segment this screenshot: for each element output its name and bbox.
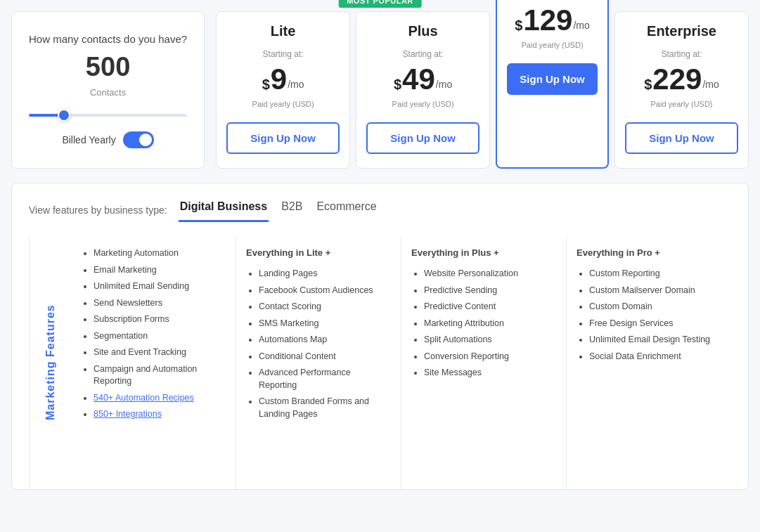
feat-lite-7: Campaign and Automation Reporting bbox=[94, 363, 226, 388]
contacts-number: 500 bbox=[86, 53, 130, 80]
features-pro-list: Website Personalization Predictive Sendi… bbox=[411, 268, 556, 379]
feat-lite-6: Site and Event Tracking bbox=[94, 346, 226, 359]
features-enterprise-col: Everything in Pro + Custom Reporting Cus… bbox=[567, 236, 731, 489]
features-pro-col: Everything in Plus + Website Personaliza… bbox=[401, 236, 567, 489]
plan-plus-dollar: $ bbox=[394, 74, 401, 94]
plan-pro-paid: Paid yearly (USD) bbox=[522, 41, 584, 49]
feat-lite-3: Send Newsletters bbox=[94, 297, 226, 310]
plan-lite-amount: 9 bbox=[271, 65, 287, 94]
plan-pro-dollar: $ bbox=[515, 15, 522, 35]
feat-plus-6: Advanced Performance Reporting bbox=[259, 367, 391, 391]
plan-enterprise: Enterprise Starting at: $ 229 /mo Paid y… bbox=[614, 11, 749, 169]
top-section: How many contacts do you have? 500 Conta… bbox=[11, 11, 749, 169]
lite-signup-button[interactable]: Sign Up Now bbox=[226, 122, 340, 154]
plan-enterprise-amount: 229 bbox=[652, 65, 702, 94]
features-lite-list: Marketing Automation Email Marketing Unl… bbox=[81, 247, 226, 421]
tab-ecommerce[interactable]: Ecommerce bbox=[315, 197, 378, 222]
plan-plus-mo: /mo bbox=[436, 79, 452, 90]
feat-lite-0: Marketing Automation bbox=[94, 247, 226, 260]
feat-plus-3: SMS Marketing bbox=[259, 318, 391, 330]
most-popular-badge: MOST POPULAR bbox=[338, 0, 422, 8]
feat-lite-1: Email Marketing bbox=[94, 264, 226, 277]
plan-pro-mo: /mo bbox=[573, 20, 589, 31]
page-wrapper: How many contacts do you have? 500 Conta… bbox=[0, 0, 760, 501]
feat-ent-2: Custom Domain bbox=[589, 301, 721, 313]
plan-enterprise-dollar: $ bbox=[644, 74, 652, 94]
plan-professional: Starting at: $ 129 /mo Paid yearly (USD)… bbox=[496, 0, 609, 169]
features-plus-header: Everything in Lite + bbox=[246, 247, 391, 258]
professional-signup-button[interactable]: Sign Up Now bbox=[507, 63, 598, 95]
features-pro-header: Everything in Plus + bbox=[411, 247, 556, 258]
tab-digital-business[interactable]: Digital Business bbox=[179, 197, 269, 222]
plans-wrapper: Lite Starting at: $ 9 /mo Paid yearly (U… bbox=[216, 11, 749, 169]
plus-signup-button[interactable]: Sign Up Now bbox=[366, 122, 479, 154]
feat-ent-0: Custom Reporting bbox=[589, 268, 721, 280]
contacts-panel: How many contacts do you have? 500 Conta… bbox=[11, 11, 205, 169]
contacts-label: Contacts bbox=[90, 87, 126, 98]
contacts-slider[interactable] bbox=[29, 114, 187, 117]
plan-lite: Lite Starting at: $ 9 /mo Paid yearly (U… bbox=[216, 11, 350, 169]
tabs-section: View features by business type: Digital … bbox=[11, 183, 749, 490]
feat-pro-3: Marketing Attribution bbox=[424, 318, 556, 330]
plan-plus-paid: Paid yearly (USD) bbox=[392, 100, 454, 108]
billed-label: Billed Yearly bbox=[62, 134, 115, 145]
features-enterprise-header: Everything in Pro + bbox=[577, 247, 721, 258]
feat-pro-2: Predictive Content bbox=[424, 301, 556, 313]
features-plus-list: Landing Pages Facebook Custom Audiences … bbox=[246, 268, 391, 420]
features-lite-col: Marketing Automation Email Marketing Unl… bbox=[71, 236, 236, 489]
plan-plus: Plus Starting at: $ 49 /mo Paid yearly (… bbox=[356, 11, 490, 169]
tabs-header: View features by business type: Digital … bbox=[29, 197, 731, 222]
plan-plus-amount: 49 bbox=[402, 65, 435, 94]
marketing-features-label: Marketing Features bbox=[29, 236, 71, 489]
plan-enterprise-mo: /mo bbox=[702, 79, 719, 90]
plan-enterprise-price-row: $ 229 /mo bbox=[644, 65, 719, 94]
plan-lite-price-row: $ 9 /mo bbox=[262, 65, 304, 94]
feat-lite-link-0[interactable]: 540+ Automation Recipes bbox=[94, 392, 226, 405]
plan-lite-name: Lite bbox=[271, 23, 296, 39]
feat-ent-5: Social Data Enrichment bbox=[589, 351, 721, 363]
features-plus-col: Everything in Lite + Landing Pages Faceb… bbox=[236, 236, 401, 489]
feat-plus-2: Contact Scoring bbox=[259, 301, 391, 313]
tabs-label: View features by business type: bbox=[29, 205, 167, 216]
feat-lite-link-1[interactable]: 850+ Integrations bbox=[94, 408, 226, 421]
feat-plus-7: Custom Branded Forms and Landing Pages bbox=[259, 396, 391, 420]
billed-yearly-toggle[interactable] bbox=[123, 131, 154, 148]
plan-pro-price-row: $ 129 /mo bbox=[515, 6, 590, 35]
billed-row: Billed Yearly bbox=[62, 131, 153, 148]
features-table: Marketing Features Marketing Automation … bbox=[29, 236, 731, 489]
contacts-question: How many contacts do you have? bbox=[29, 32, 187, 46]
feat-plus-4: Automations Map bbox=[259, 334, 391, 346]
slider-wrapper[interactable] bbox=[29, 108, 187, 119]
feat-pro-1: Predictive Sending bbox=[424, 285, 556, 297]
plan-lite-mo: /mo bbox=[288, 79, 304, 90]
feat-pro-0: Website Personalization bbox=[424, 268, 556, 280]
plan-enterprise-paid: Paid yearly (USD) bbox=[651, 100, 713, 108]
feat-ent-1: Custom Mailserver Domain bbox=[589, 285, 721, 297]
plan-plus-starting: Starting at: bbox=[403, 49, 444, 59]
plan-pro-amount: 129 bbox=[523, 6, 572, 35]
plan-lite-starting: Starting at: bbox=[263, 49, 304, 59]
plan-lite-dollar: $ bbox=[262, 74, 270, 94]
plan-enterprise-starting: Starting at: bbox=[662, 49, 702, 59]
tab-b2b[interactable]: B2B bbox=[280, 197, 304, 222]
plan-plus-name: Plus bbox=[408, 23, 437, 39]
integrations-link[interactable]: 850+ Integrations bbox=[94, 409, 162, 419]
feat-pro-5: Conversion Reporting bbox=[424, 351, 556, 363]
enterprise-signup-button[interactable]: Sign Up Now bbox=[625, 122, 738, 154]
plan-enterprise-name: Enterprise bbox=[647, 23, 716, 39]
feat-plus-5: Conditional Content bbox=[259, 351, 391, 363]
feat-pro-4: Split Automations bbox=[424, 334, 556, 346]
plan-plus-price-row: $ 49 /mo bbox=[394, 65, 452, 94]
plan-lite-paid: Paid yearly (USD) bbox=[252, 100, 314, 108]
feat-lite-4: Subscription Forms bbox=[94, 313, 226, 326]
features-enterprise-list: Custom Reporting Custom Mailserver Domai… bbox=[577, 268, 721, 363]
feat-lite-2: Unlimited Email Sending bbox=[94, 280, 226, 293]
feat-ent-4: Unlimited Email Design Testing bbox=[589, 334, 721, 346]
feat-lite-5: Segmentation bbox=[94, 330, 226, 343]
feat-plus-1: Facebook Custom Audiences bbox=[259, 285, 391, 297]
plan-professional-outer: Professional MOST POPULAR Starting at: $… bbox=[496, 0, 609, 169]
automation-recipes-link[interactable]: 540+ Automation Recipes bbox=[94, 393, 194, 403]
feat-plus-0: Landing Pages bbox=[259, 268, 391, 280]
feat-ent-3: Free Design Services bbox=[589, 318, 721, 330]
feat-pro-6: Site Messages bbox=[424, 367, 556, 379]
